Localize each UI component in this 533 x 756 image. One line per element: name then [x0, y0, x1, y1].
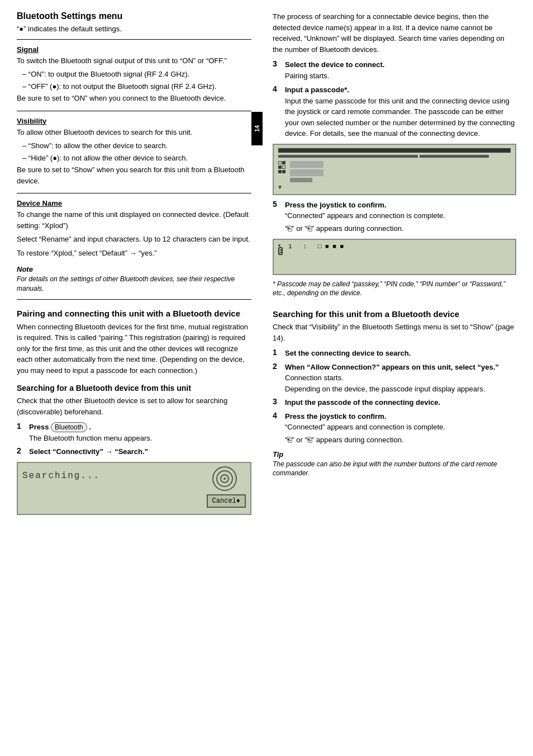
- searching-screen: Searching... Cancel♦: [17, 462, 251, 515]
- bt-step-2: 2 When “Allow Connection?” appears on th…: [273, 362, 516, 395]
- searching-section: Searching for a Bluetooth device from th…: [17, 384, 251, 515]
- right-column: 14 The process of searching for a connec…: [268, 11, 516, 519]
- right-step-3-main: Select the device to connect.: [285, 59, 516, 70]
- step-2-num: 2: [17, 446, 26, 455]
- visibility-section: Visibility To allow other Bluetooth devi…: [17, 117, 251, 187]
- right-step-3-num: 3: [273, 59, 282, 68]
- connected-screen: 1 : □ ■ ■ ■: [273, 239, 516, 275]
- bt-step-2-sub: Connection starts.: [285, 372, 516, 384]
- bt-icon: [278, 244, 283, 255]
- bt-step-3-num: 3: [273, 397, 282, 406]
- cancel-button-screen: Cancel♦: [207, 494, 246, 508]
- device-name-section: Device Name To change the name of this u…: [17, 199, 251, 258]
- divider-visibility: [17, 193, 251, 193]
- search-from-bt-body: Check that “Visibility” in the Bluetooth…: [273, 322, 516, 343]
- tip-title: Tip: [273, 450, 516, 459]
- time-row: 1 : □ ■ ■ ■: [288, 243, 344, 250]
- step-1-num: 1: [17, 422, 26, 431]
- device-name-body-1: Select “Rename” and input characters. Up…: [17, 234, 251, 245]
- bt-step-2-main: When “Allow Connection?” appears on this…: [285, 362, 516, 373]
- left-column: Bluetooth Settings menu “●” indicates th…: [17, 11, 251, 519]
- bt-step-2-sub2: Depending on the device, the passcode in…: [285, 384, 516, 395]
- screen-sub-bar: [278, 155, 511, 158]
- time-display-area: 1 : □ ■ ■ ■: [288, 243, 344, 251]
- note-body: For details on the settings of other Blu…: [17, 275, 251, 294]
- device-name-body-2: To restore “Xplod,” select “Default” → “…: [17, 248, 251, 259]
- tip-section: Tip The passcode can also be input with …: [273, 450, 516, 479]
- step-1-period: .: [89, 423, 91, 431]
- signal-body-1: – “ON”: to output the Bluetooth signal (…: [17, 69, 251, 80]
- divider-top: [17, 39, 251, 40]
- right-step-3-sub: Pairing starts.: [285, 70, 516, 82]
- connected-screen-inner: 1 : □ ■ ■ ■: [278, 243, 511, 255]
- step-2-content: Select “Connectivity” → “Search.”: [29, 446, 251, 457]
- visibility-body-3: Be sure to set to “Show” when you search…: [17, 164, 251, 186]
- bt-step-1-content: Set the connecting device to search.: [285, 348, 516, 359]
- step-1-main: Press: [29, 423, 49, 431]
- search-from-bt-section: Searching for this unit from a Bluetooth…: [273, 309, 516, 478]
- searching-body: Check that the other Bluetooth device is…: [17, 395, 251, 417]
- right-step-4-num: 4: [273, 84, 282, 93]
- signal-title: Signal: [17, 45, 251, 54]
- screen-bar-2: [290, 169, 323, 176]
- default-indicator: “●” indicates the default settings.: [17, 23, 251, 35]
- device-name-body-0: To change the name of this unit displaye…: [17, 209, 251, 231]
- main-section-title: Bluetooth Settings menu “●” indicates th…: [17, 11, 251, 35]
- search-from-bt-title: Searching for this unit from a Bluetooth…: [273, 309, 516, 319]
- bt-step-4-main: Press the joystick to confirm.: [285, 411, 516, 422]
- bt-step-3: 3 Input the passcode of the connecting d…: [273, 397, 516, 408]
- step-1-content: Press Bluetooth . The Bluetooth function…: [29, 422, 251, 443]
- right-step-4: 4 Input a passcode*. Input the same pass…: [273, 84, 516, 139]
- bt-step-3-content: Input the passcode of the connecting dev…: [285, 397, 516, 408]
- screen-bar-3: [290, 178, 312, 182]
- pairing-section: Pairing and connecting this unit with a …: [17, 309, 251, 376]
- pairing-body: When connecting Bluetooth devices for th…: [17, 322, 251, 376]
- right-step-4-main: Input a passcode*.: [285, 84, 516, 96]
- right-step-4-content: Input a passcode*. Input the same passco…: [285, 84, 516, 139]
- right-step-5-num: 5: [273, 200, 282, 209]
- searching-screen-right: Cancel♦: [207, 466, 246, 511]
- screen-icons-row: [278, 161, 511, 182]
- radar-icon: [212, 466, 240, 494]
- right-intro-text: The process of searching for a connectab…: [273, 12, 505, 54]
- bt-step-1: 1 Set the connecting device to search.: [273, 348, 516, 359]
- visibility-title: Visibility: [17, 117, 251, 125]
- screen-icon-left: [278, 161, 285, 182]
- bt-step-1-num: 1: [273, 348, 282, 357]
- bluetooth-button-label: Bluetooth: [51, 422, 87, 432]
- step-1-sub: The Bluetooth function menu appears.: [29, 434, 152, 442]
- bt-step-4-num: 4: [273, 411, 282, 420]
- signal-body-0: To switch the Bluetooth signal output of…: [17, 55, 251, 67]
- signal-body-3: Be sure to set to “ON” when you connect …: [17, 93, 251, 104]
- right-content: 14 The process of searching for a connec…: [268, 11, 516, 478]
- bt-step-4: 4 Press the joystick to confirm. “Connec…: [273, 411, 516, 446]
- footnote-text: * Passcode may be called “passkey,” “PIN…: [273, 280, 516, 299]
- visibility-body-2: – “Hide” (●): to not allow the other dev…: [17, 153, 251, 164]
- right-step-5-content: Press the joystick to confirm. “Connecte…: [285, 200, 516, 234]
- signal-body-2: – “OFF” (●): to not output the Bluetooth…: [17, 81, 251, 92]
- right-step-4-sub: Input the same passcode for this unit an…: [285, 96, 516, 139]
- searching-section-title: Searching for a Bluetooth device from th…: [17, 384, 251, 393]
- step-2-main: Select “Connectivity” → “Search.”: [29, 447, 148, 456]
- right-step-3-content: Select the device to connect. Pairing st…: [285, 59, 516, 81]
- screen-down-indicator: ▼: [278, 185, 511, 191]
- searching-text: Searching...: [22, 471, 100, 481]
- screen-passcode-area: [290, 161, 323, 182]
- note-section: Note For details on the settings of othe…: [17, 265, 251, 294]
- note-title: Note: [17, 265, 251, 273]
- right-step-3: 3 Select the device to connect. Pairing …: [273, 59, 516, 81]
- signal-section: Signal To switch the Bluetooth signal ou…: [17, 45, 251, 104]
- bt-step-4-content: Press the joystick to confirm. “Connecte…: [285, 411, 516, 446]
- passcode-screen: ▼: [273, 144, 516, 195]
- pairing-title: Pairing and connecting this unit with a …: [17, 309, 251, 318]
- right-step-5-main: Press the joystick to confirm.: [285, 200, 516, 211]
- screen-bar-1: [290, 161, 323, 168]
- right-step-5-sub2: “⎗” or “⎗” appears during connection.: [285, 223, 516, 234]
- right-step-5-sub: “Connected” appears and connection is co…: [285, 210, 516, 221]
- divider-note: [17, 299, 251, 300]
- bluetooth-settings-title: Bluetooth Settings menu: [17, 11, 251, 21]
- visibility-body-1: – “Show”: to allow the other device to s…: [17, 140, 251, 152]
- right-intro: The process of searching for a connectab…: [273, 11, 516, 55]
- bt-step-3-main: Input the passcode of the connecting dev…: [285, 397, 516, 408]
- step-1: 1 Press Bluetooth . The Bluetooth functi…: [17, 422, 251, 443]
